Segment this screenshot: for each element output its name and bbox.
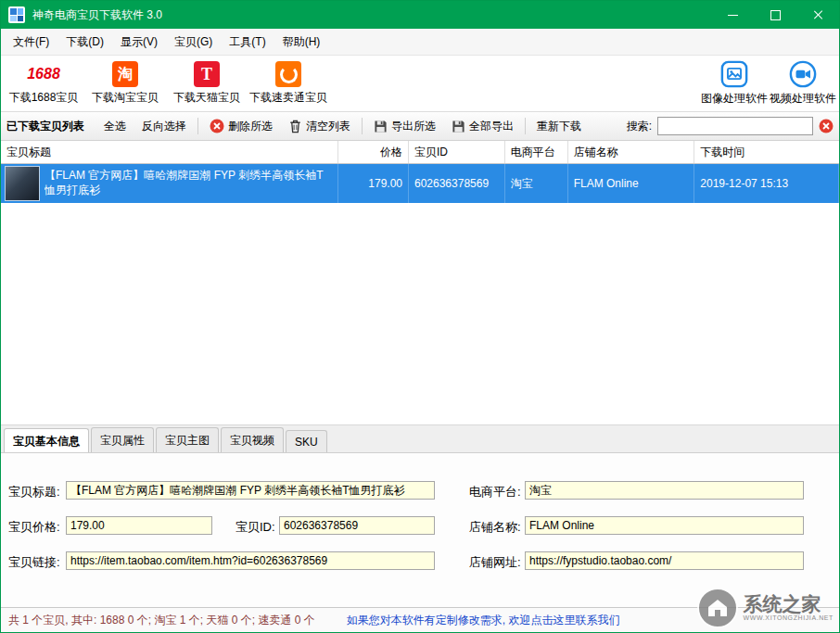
tab-video[interactable]: 宝贝视频: [221, 427, 284, 452]
tab-attributes[interactable]: 宝贝属性: [91, 427, 154, 452]
search-label: 搜索:: [627, 119, 652, 134]
download-taobao-button[interactable]: 淘 下载淘宝宝贝: [84, 57, 166, 109]
tab-main-images[interactable]: 宝贝主图: [156, 427, 219, 452]
trash-icon: [288, 119, 302, 133]
image-software-label: 图像处理软件: [701, 91, 768, 107]
product-title-label: 宝贝标题:: [8, 484, 60, 500]
save-icon: [374, 120, 388, 133]
video-software-icon: [789, 60, 817, 88]
tab-sku[interactable]: SKU: [286, 430, 327, 452]
download-tmall-button[interactable]: T 下载天猫宝贝: [166, 57, 248, 109]
search-area: 搜索:: [627, 117, 834, 135]
list-actionbar: 已下载宝贝列表 全选 反向选择 删除所选 清空列表 导出所选 全部导出 重新下载…: [1, 112, 839, 141]
menubar: 文件(F) 下载(D) 显示(V) 宝贝(G) 工具(T) 帮助(H): [1, 29, 839, 56]
cell-time: 2019-12-07 15:13: [694, 164, 839, 203]
table-row[interactable]: 【FLAM 官方网店】嘻哈潮牌国潮 FYP 刺绣半高领长袖T恤男打底衫 179.…: [1, 164, 839, 203]
minimize-icon: [728, 15, 738, 16]
clear-list-label: 清空列表: [306, 119, 350, 134]
main-toolbar: 1688 下载1688宝贝 淘 下载淘宝宝贝 T 下载天猫宝贝 下载速卖通宝贝 …: [1, 56, 839, 112]
separator: [362, 118, 363, 134]
cell-price: 179.00: [338, 164, 409, 203]
shop-url-label: 店铺网址:: [469, 554, 521, 571]
separator: [197, 118, 198, 134]
image-software-button[interactable]: 图像处理软件: [700, 57, 769, 109]
product-title-field[interactable]: [66, 481, 435, 500]
menu-item-view[interactable]: 显示(V): [112, 32, 166, 52]
price-field[interactable]: [66, 516, 212, 535]
redownload-button[interactable]: 重新下载: [529, 115, 589, 138]
download-taobao-label: 下载淘宝宝贝: [92, 90, 159, 106]
select-all-label: 全选: [104, 119, 126, 134]
separator: [525, 118, 526, 134]
download-1688-label: 下载1688宝贝: [9, 90, 79, 106]
menu-item-file[interactable]: 文件(F): [5, 32, 57, 52]
search-input[interactable]: [657, 117, 813, 135]
product-id-field[interactable]: [279, 516, 435, 535]
export-selected-label: 导出所选: [391, 119, 436, 134]
invert-selection-button[interactable]: 反向选择: [134, 115, 194, 138]
window-controls: [711, 1, 839, 29]
tab-basic-info[interactable]: 宝贝基本信息: [4, 428, 89, 453]
menu-item-tools[interactable]: 工具(T): [221, 32, 274, 52]
menu-item-help[interactable]: 帮助(H): [274, 32, 329, 52]
app-window: 神奇电商宝贝下载软件 3.0 文件(F) 下载(D) 显示(V) 宝贝(G) 工…: [0, 0, 840, 633]
download-aliexpress-label: 下载速卖通宝贝: [249, 90, 327, 106]
download-aliexpress-button[interactable]: 下载速卖通宝贝: [248, 57, 329, 109]
product-id-label: 宝贝ID:: [235, 519, 275, 536]
video-software-label: 视频处理软件: [770, 91, 836, 107]
minimize-button[interactable]: [711, 1, 754, 29]
table-empty-area: [1, 203, 839, 424]
download-tmall-label: 下载天猫宝贝: [173, 90, 240, 106]
titlebar: 神奇电商宝贝下载软件 3.0: [1, 1, 839, 29]
invert-selection-label: 反向选择: [142, 119, 186, 134]
delete-selected-button[interactable]: 删除所选: [202, 115, 280, 138]
search-clear-button[interactable]: [819, 119, 834, 133]
redownload-label: 重新下载: [537, 119, 581, 134]
product-link-label: 宝贝链接:: [8, 554, 60, 571]
maximize-button[interactable]: [754, 1, 796, 29]
menu-item-goods[interactable]: 宝贝(G): [166, 32, 221, 52]
select-all-button[interactable]: 全选: [96, 115, 134, 138]
downloaded-items-table: 宝贝标题 价格 宝贝ID 电商平台 店铺名称 下载时间 【FLAM 官方网店】嘻…: [1, 141, 839, 424]
clear-list-button[interactable]: 清空列表: [281, 115, 358, 138]
column-header-shop[interactable]: 店铺名称: [568, 141, 695, 163]
video-software-button[interactable]: 视频处理软件: [769, 57, 837, 109]
statusbar: 共 1 个宝贝, 其中: 1688 0 个; 淘宝 1 个; 天猫 0 个; 速…: [1, 607, 839, 632]
aliexpress-icon: [275, 61, 301, 87]
downloaded-list-label: 已下载宝贝列表: [6, 119, 84, 134]
detail-form: 宝贝标题: 电商平台: 宝贝价格: 宝贝ID: 店铺名称: 宝贝链接: 店铺网址…: [1, 452, 839, 607]
column-header-id[interactable]: 宝贝ID: [409, 141, 505, 163]
cell-shop: FLAM Online: [568, 164, 695, 203]
export-all-button[interactable]: 全部导出: [444, 115, 521, 138]
platform-field[interactable]: [525, 481, 804, 500]
table-header: 宝贝标题 价格 宝贝ID 电商平台 店铺名称 下载时间: [1, 141, 839, 164]
cell-id: 602636378569: [409, 164, 505, 203]
window-title: 神奇电商宝贝下载软件 3.0: [32, 7, 711, 23]
shop-name-label: 店铺名称:: [469, 519, 521, 536]
delete-icon: [210, 119, 224, 133]
column-header-title[interactable]: 宝贝标题: [1, 141, 338, 163]
app-logo-icon: [8, 6, 25, 23]
export-all-label: 全部导出: [469, 119, 514, 134]
delete-selected-label: 删除所选: [228, 119, 273, 134]
product-link-field[interactable]: [66, 551, 435, 570]
save-all-icon: [452, 120, 465, 133]
maximize-icon: [770, 10, 781, 20]
export-selected-button[interactable]: 导出所选: [366, 115, 443, 138]
column-header-platform[interactable]: 电商平台: [505, 141, 568, 163]
cell-platform: 淘宝: [505, 164, 568, 203]
shop-name-field[interactable]: [525, 516, 804, 535]
taobao-icon: 淘: [112, 61, 138, 87]
contact-link[interactable]: 如果您对本软件有定制修改需求, 欢迎点击这里联系我们: [347, 613, 620, 628]
download-1688-button[interactable]: 1688 下载1688宝贝: [3, 57, 84, 109]
column-header-price[interactable]: 价格: [338, 141, 409, 163]
column-header-time[interactable]: 下载时间: [694, 141, 839, 163]
menu-item-download[interactable]: 下载(D): [57, 32, 112, 52]
image-software-icon: [720, 60, 748, 88]
cell-title: 【FLAM 官方网店】嘻哈潮牌国潮 FYP 刺绣半高领长袖T恤男打底衫: [1, 164, 338, 203]
tmall-icon: T: [194, 61, 220, 87]
shop-url-field[interactable]: [525, 551, 804, 570]
1688-icon: 1688: [27, 61, 60, 87]
close-icon: [812, 9, 823, 20]
close-button[interactable]: [796, 1, 839, 29]
